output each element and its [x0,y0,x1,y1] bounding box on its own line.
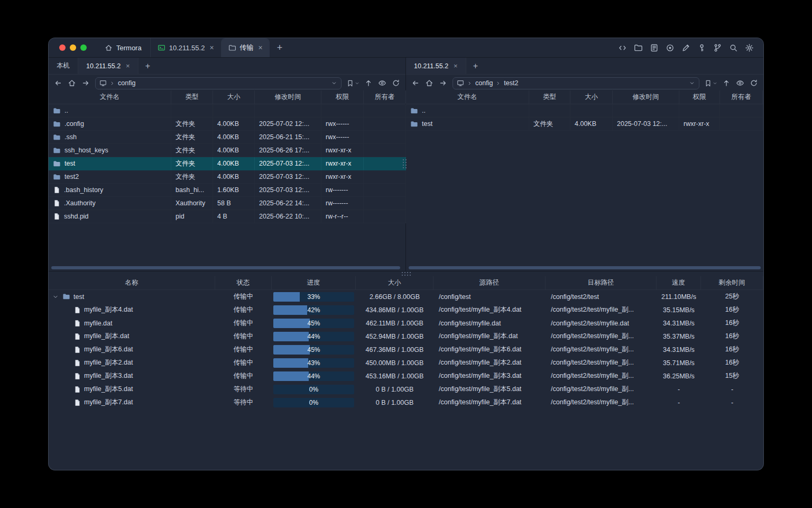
up-directory-icon[interactable] [362,77,375,89]
file-icon [53,199,60,207]
log-icon[interactable] [649,42,660,53]
titlebar-tab-transfer[interactable]: 传输 × [221,38,270,57]
chevron-down-icon[interactable] [331,80,337,86]
forward-icon[interactable] [79,77,92,89]
transfer-row[interactable]: myfile_副本3.dat 传输中 44% 453.16MB / 1.00GB… [49,369,763,383]
left-breadcrumb[interactable]: config [95,77,342,89]
file-row[interactable]: ssh_host_keys 文件夹4.00KB2025-06-26 17:...… [49,144,405,157]
column-header[interactable]: 源路径 [433,276,546,289]
progress-bar: 45% [273,345,354,355]
column-header[interactable]: 目标路径 [546,276,657,289]
column-header[interactable]: 速度 [657,276,701,289]
column-header[interactable]: 所有者 [364,90,406,104]
progress-bar: 0% [273,398,354,407]
branch-icon[interactable] [712,42,723,53]
column-header[interactable]: 大小 [570,90,613,104]
transfer-row[interactable]: myfile.dat 传输中 45% 462.11MB / 1.00GB /co… [49,316,763,330]
transfer-row[interactable]: myfile_副本2.dat 传输中 43% 450.00MB / 1.00GB… [49,356,763,369]
home-icon[interactable] [423,77,436,89]
left-nav-bar: config [49,76,405,90]
splitter-grip[interactable] [402,272,411,276]
app-menu-button[interactable]: Termora [96,38,150,57]
close-tab-icon[interactable]: × [126,62,130,70]
back-icon[interactable] [409,77,422,89]
breadcrumb-segment[interactable]: test2 [504,79,518,87]
tab-remote-host[interactable]: 10.211.55.2 × [406,58,466,74]
column-header[interactable]: 权限 [321,90,364,104]
tab-remote-host[interactable]: 10.211.55.2 × [78,58,139,74]
transfer-row[interactable]: myfile_副本6.dat 传输中 45% 467.36MB / 1.00GB… [49,343,763,356]
transfer-splitter[interactable] [49,271,763,276]
titlebar-tab-host[interactable]: 10.211.55.2 × [150,38,221,57]
edit-icon[interactable] [680,42,691,53]
chevron-down-icon[interactable] [689,80,695,86]
bookmark-button[interactable] [703,79,719,87]
column-header[interactable]: 所有者 [720,90,763,104]
new-file-tab-button[interactable]: + [139,58,157,74]
column-header[interactable]: 修改时间 [613,90,679,104]
key-icon[interactable] [696,42,707,53]
right-breadcrumb[interactable]: config test2 [453,77,699,89]
column-header[interactable]: 类型 [529,90,570,104]
column-header[interactable]: 文件名 [406,90,529,104]
record-icon[interactable] [665,42,676,53]
back-icon[interactable] [52,77,64,89]
show-hidden-eye-icon[interactable] [376,77,389,89]
search-icon[interactable] [728,42,739,53]
forward-icon[interactable] [437,77,449,89]
bookmark-button[interactable] [345,79,361,87]
file-row[interactable]: sshd.pid pid4 B2025-06-22 10:...rw-r--r-… [49,210,405,223]
zoom-window-button[interactable] [80,44,87,51]
new-tab-button[interactable]: + [270,38,290,57]
refresh-icon[interactable] [390,77,402,89]
close-tab-icon[interactable]: × [454,62,458,70]
transfer-row[interactable]: myfile_副本.dat 传输中 44% 452.94MB / 1.00GB … [49,330,763,343]
settings-icon[interactable] [744,42,755,53]
column-header[interactable]: 权限 [679,90,720,104]
folder-icon[interactable] [633,42,644,53]
file-row[interactable]: .. [406,104,763,117]
file-row[interactable]: test 文件夹4.00KB2025-07-03 12:...rwxr-xr-x [406,117,763,131]
home-icon[interactable] [66,77,78,89]
transfer-row[interactable]: myfile_副本4.dat 传输中 42% 434.86MB / 1.00GB… [49,303,763,316]
breadcrumb-segment[interactable]: config [475,79,493,87]
file-row[interactable]: .. [49,104,405,117]
close-tab-icon[interactable]: × [209,44,214,51]
file-row-selected[interactable]: test 文件夹4.00KB2025-07-03 12:...rwxr-xr-x [49,157,405,170]
up-directory-icon[interactable] [720,77,733,89]
file-icon [73,346,81,353]
transfer-row[interactable]: myfile_副本7.dat 等待中 0% 0 B / 1.00GB /conf… [49,396,763,409]
file-row[interactable]: test2 文件夹4.00KB2025-07-03 12:...rwxr-xr-… [49,170,405,184]
column-header[interactable]: 大小 [213,90,255,104]
column-header[interactable]: 进度 [272,276,356,289]
show-hidden-eye-icon[interactable] [734,77,746,89]
column-header[interactable]: 文件名 [49,90,171,104]
expand-chevron-icon[interactable] [52,294,59,300]
column-header[interactable]: 修改时间 [255,90,321,104]
minimize-window-button[interactable] [70,44,76,51]
right-nav-bar: config test2 [406,76,763,90]
file-row[interactable]: .Xauthority Xauthority58 B2025-06-22 14:… [49,197,405,210]
breadcrumb-segment[interactable]: config [118,79,135,87]
tab-local[interactable]: 本机 [49,58,78,74]
code-icon[interactable] [617,42,628,53]
horizontal-scrollbar[interactable] [409,266,761,269]
new-file-tab-button[interactable]: + [466,58,485,74]
column-header[interactable]: 状态 [215,276,272,289]
file-row[interactable]: .bash_history bash_hi...1.60KB2025-07-03… [49,184,405,197]
panel-splitter-grip[interactable] [403,159,407,168]
file-row[interactable]: .config 文件夹4.00KB2025-07-02 12:...rwx---… [49,117,405,131]
file-row[interactable]: .ssh 文件夹4.00KB2025-06-21 15:...rwx------ [49,131,405,144]
horizontal-scrollbar[interactable] [51,266,400,269]
transfer-row[interactable]: myfile_副本5.dat 等待中 0% 0 B / 1.00GB /conf… [49,383,763,396]
folder-icon [53,173,61,181]
column-header[interactable]: 名称 [49,276,215,289]
refresh-icon[interactable] [748,77,760,89]
close-window-button[interactable] [59,44,66,51]
transfer-row[interactable]: test 传输中 33% 2.66GB / 8.00GB /config/tes… [49,290,763,303]
file-icon [73,320,81,327]
column-header[interactable]: 类型 [171,90,213,104]
column-header[interactable]: 大小 [356,276,433,289]
column-header[interactable]: 剩余时间 [701,276,763,289]
close-tab-icon[interactable]: × [259,44,263,51]
